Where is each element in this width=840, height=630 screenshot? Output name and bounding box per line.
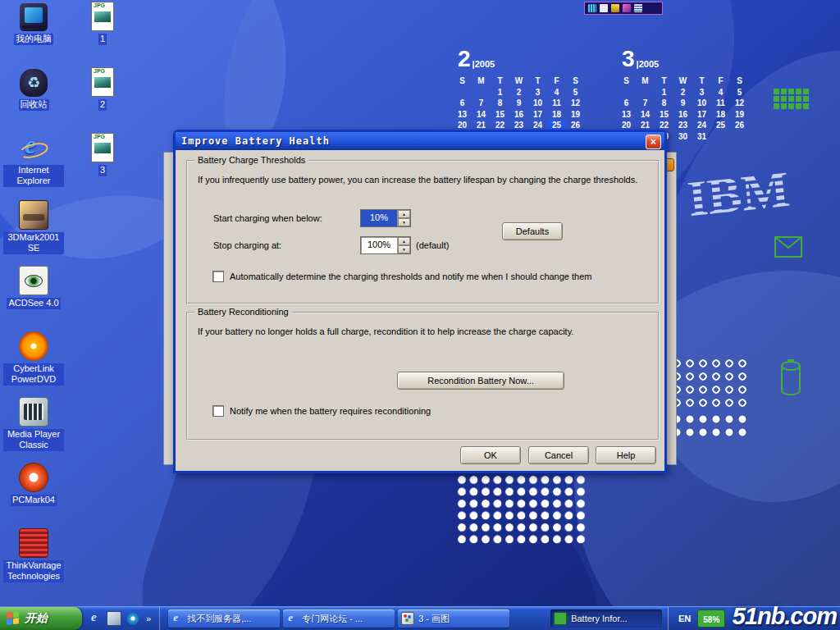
calendar-day: 9 — [509, 98, 528, 109]
taskbar-task[interactable]: 找不到服务器,... — [168, 609, 280, 628]
calendar-header: 2 |2005 — [458, 44, 587, 71]
quick-launch: » — [82, 607, 160, 630]
calendar-year: |2005 — [637, 59, 660, 69]
battery-indicator[interactable]: 58% — [697, 609, 725, 628]
desktop-icon-label: 回收站 — [19, 99, 49, 111]
calendar-weekday: W — [673, 75, 692, 87]
calendar-february: 2 |2005 SMTWTFS1234567891011121314151617… — [453, 44, 587, 131]
desktop-icon-recycle-bin[interactable]: 回收站 — [3, 69, 64, 135]
calendar-grid: SMTWTFS123456789101112131415161718192021… — [453, 75, 587, 131]
taskbar-tasks: 找不到服务器,...专门网论坛 - ...3 - 画图Battery Infor… — [160, 607, 668, 630]
desktop-icon-acdsee[interactable]: ACDSee 4.0 — [3, 266, 64, 331]
desktop-icon-label: CyberLink PowerDVD — [3, 363, 64, 386]
calendar-day: 1 — [491, 87, 509, 98]
dots-pattern — [456, 474, 586, 545]
spin-down-button[interactable]: ▼ — [398, 245, 410, 253]
group-description: If you infrequently use battery power, y… — [198, 175, 648, 185]
window-icon[interactable] — [611, 4, 619, 12]
stop-threshold-spinner[interactable]: 100% ▲ ▼ — [360, 236, 411, 254]
calendar-day: 3 — [692, 87, 711, 98]
group-title: Battery Charge Thresholds — [194, 155, 308, 165]
recondition-battery-button[interactable]: Recondition Battery Now... — [397, 372, 564, 390]
spin-down-button[interactable]: ▼ — [398, 218, 410, 226]
calendar-day: 16 — [509, 109, 528, 121]
list-icon[interactable] — [634, 4, 642, 12]
desktop-icon-jpg[interactable]: 2 — [72, 67, 133, 133]
taskbar-task[interactable]: 专门网论坛 - ... — [283, 609, 395, 628]
desktop-icon-my-computer[interactable]: 我的电脑 — [3, 3, 64, 69]
close-icon: × — [651, 137, 656, 147]
capture-toolbar[interactable] — [584, 2, 663, 15]
calendar-day: 12 — [730, 98, 749, 109]
defaults-button[interactable]: Defaults — [502, 222, 563, 240]
ok-button[interactable]: OK — [460, 446, 521, 464]
desktop-icon-label: 3DMark2001 SE — [3, 232, 64, 254]
spin-up-button[interactable]: ▲ — [398, 237, 410, 245]
desktop-icon-jpg[interactable]: 3 — [72, 133, 133, 199]
calendar-day: 9 — [673, 98, 692, 109]
calendar-day: 6 — [453, 98, 472, 109]
language-indicator[interactable]: EN — [678, 614, 691, 623]
pen-icon[interactable] — [623, 4, 631, 12]
acdsee-icon — [19, 266, 48, 295]
task-label: 找不到服务器,... — [187, 613, 251, 625]
desktop-icon-3dmark[interactable]: 3DMark2001 SE — [3, 200, 64, 266]
battery-charge-thresholds-group: Battery Charge Thresholds If you infrequ… — [186, 160, 660, 304]
paint-icon — [401, 612, 414, 625]
help-button[interactable]: Help — [596, 446, 656, 464]
calendar-day: 23 — [673, 120, 692, 131]
auto-determine-row: Automatically determine the charging thr… — [212, 271, 591, 282]
calendar-weekday: T — [692, 75, 711, 87]
calendar-weekday: F — [711, 75, 730, 87]
stop-threshold-value[interactable]: 100% — [361, 237, 397, 253]
taskbar: 开始 » 找不到服务器,...专门网论坛 - ...3 - 画图Battery … — [0, 606, 840, 630]
desktop-icon-powerdvd[interactable]: CyberLink PowerDVD — [3, 331, 64, 397]
3dmark-icon — [19, 200, 48, 230]
camera-icon[interactable] — [600, 4, 608, 12]
calendar-day: 13 — [453, 109, 472, 121]
keyboard-icon[interactable] — [588, 4, 596, 12]
battery-percent: 58% — [703, 615, 719, 624]
spinner-arrows: ▲ ▼ — [397, 237, 410, 253]
group-title: Battery Reconditioning — [194, 307, 292, 317]
desktop-icon-mpc[interactable]: Media Player Classic — [3, 397, 64, 463]
desktop: IBM 2 |2005 SMTWTFS123456789101112131415… — [0, 0, 840, 630]
cancel-button[interactable]: Cancel — [528, 446, 589, 464]
recycle-bin-icon — [20, 69, 48, 97]
desktop-icon-ie[interactable]: Internet Explorer — [3, 135, 64, 200]
calendar-weekday: T — [655, 75, 673, 87]
improve-battery-health-dialog: Improve Battery Health × Battery Charge … — [173, 130, 667, 473]
spin-up-button[interactable]: ▲ — [398, 210, 410, 218]
calendar-day: 8 — [655, 98, 673, 109]
calendar-day: 19 — [730, 109, 749, 121]
desktop-icon-jpg[interactable]: 1 — [72, 2, 133, 67]
desktop-icon-thinkvantage[interactable]: ThinkVantage Technologies — [3, 528, 64, 594]
system-tray: EN 58% — [668, 607, 840, 630]
ie-quicklaunch-icon[interactable] — [89, 612, 102, 625]
close-button[interactable]: × — [646, 135, 661, 149]
dots-pattern — [671, 358, 751, 412]
taskbar-task[interactable]: Battery Infor... — [550, 609, 662, 628]
calendar-weekday: M — [636, 75, 655, 87]
desktop-icon-label: 我的电脑 — [14, 34, 53, 45]
media-quicklaunch-icon[interactable] — [126, 612, 139, 625]
calendar-day: 30 — [673, 131, 692, 143]
desktop-quicklaunch-icon[interactable] — [107, 611, 121, 626]
dialog-titlebar[interactable]: Improve Battery Health × — [176, 132, 664, 150]
auto-determine-checkbox[interactable] — [212, 271, 224, 282]
thinkvantage-icon — [19, 528, 48, 558]
quick-launch-overflow-button[interactable]: » — [144, 614, 153, 623]
notify-reconditioning-checkbox[interactable] — [212, 405, 224, 417]
start-button[interactable]: 开始 — [0, 607, 82, 630]
start-threshold-spinner[interactable]: 10% ▲ ▼ — [360, 209, 411, 227]
desktop-icon-label: ThinkVantage Technologies — [3, 560, 64, 582]
calendar-day: 12 — [566, 98, 585, 109]
calendar-day: 2 — [673, 87, 692, 98]
desktop-icon-pcmark[interactable]: PCMark04 — [3, 463, 64, 528]
windows-logo-icon — [7, 611, 20, 626]
calendar-day: 13 — [617, 109, 636, 121]
start-threshold-value[interactable]: 10% — [361, 210, 397, 226]
taskbar-task[interactable]: 3 - 画图 — [398, 609, 509, 628]
calendar-day: 18 — [547, 109, 566, 121]
desktop-icons-col2: 123 — [72, 2, 133, 199]
